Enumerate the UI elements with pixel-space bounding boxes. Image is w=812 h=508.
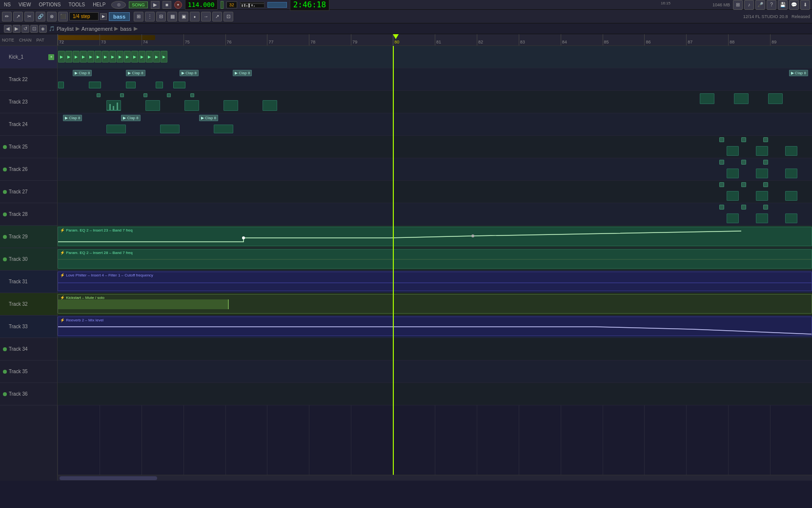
- breadcrumb-bass[interactable]: bass: [120, 26, 131, 32]
- menu-tools[interactable]: TOOLS: [66, 2, 87, 7]
- pattern-tool[interactable]: ▦: [167, 12, 177, 21]
- song-mode-btn[interactable]: SONG: [129, 1, 148, 8]
- track24-b1[interactable]: [106, 125, 126, 133]
- arrow-tool[interactable]: →: [201, 12, 211, 21]
- track27-w3[interactable]: [785, 191, 797, 201]
- track26-w2[interactable]: [756, 169, 768, 178]
- kick-clip-6[interactable]: ▶: [102, 51, 109, 63]
- track23-wave-1[interactable]: [106, 100, 121, 111]
- icon-piano[interactable]: ♪: [744, 0, 754, 10]
- tracks-canvas[interactable]: ▶ ▶ ▶ ▶ ▶ ▶ ▶ ▶ ▶ ▶ ▶ ▶ ▶ ▶ ▶: [58, 46, 812, 475]
- track25-w2[interactable]: [756, 146, 768, 156]
- kick-clip-5[interactable]: ▶: [95, 51, 102, 63]
- track33-automation-clip[interactable]: ⚡ Reeverb 2 – Mix level: [58, 317, 812, 336]
- track-header-23[interactable]: Track 23: [0, 91, 57, 113]
- track32-automation-clip[interactable]: ⚡ Kickstart – Mute / solo: [58, 294, 812, 314]
- icon-mic[interactable]: 🎤: [755, 0, 765, 10]
- link-tool[interactable]: 🔗: [36, 12, 45, 21]
- track23-chip-4[interactable]: [167, 93, 171, 97]
- track-header-25[interactable]: Track 25: [0, 136, 57, 158]
- kick-clip-1[interactable]: ▶: [65, 51, 72, 63]
- track23-wave-4[interactable]: [223, 100, 238, 111]
- breadcrumb-playlist[interactable]: Playlist: [57, 26, 74, 32]
- track22-mini-4[interactable]: [156, 82, 163, 88]
- icon-save[interactable]: 💾: [778, 0, 788, 10]
- track25-chip-3[interactable]: [763, 137, 768, 142]
- color-tool[interactable]: ▣: [179, 12, 188, 21]
- play-btn[interactable]: ▶: [151, 1, 160, 9]
- scrollbar-thumb[interactable]: [60, 476, 157, 480]
- track23-chip-2[interactable]: [120, 93, 124, 97]
- kick-clip-2[interactable]: ▶: [73, 51, 80, 63]
- nav-snap[interactable]: ⊡: [30, 25, 38, 33]
- clap-chip-22-3[interactable]: ▶ Clap 8: [180, 70, 199, 76]
- grid-tool[interactable]: ⊟: [156, 12, 166, 21]
- clap-chip-24-2[interactable]: ▶ Clap 8: [121, 115, 140, 121]
- zoom-tool[interactable]: ⬛: [58, 12, 68, 21]
- menu-help[interactable]: HELP: [91, 2, 107, 7]
- select-tool[interactable]: ↗: [13, 12, 23, 21]
- track-header-1[interactable]: Kick_1 +: [0, 46, 57, 68]
- track22-mini-2[interactable]: [89, 82, 101, 88]
- nav-loop[interactable]: ↺: [21, 25, 29, 33]
- track26-chip-1[interactable]: [719, 160, 724, 165]
- track22-mini-3[interactable]: [126, 82, 136, 88]
- group-tool[interactable]: ⊞: [134, 12, 143, 21]
- track30-automation-clip[interactable]: ⚡ Param. EQ 2 – Insert 28 – Band 7 freq: [58, 249, 812, 269]
- record-btn[interactable]: ●: [174, 1, 182, 9]
- bpm-display[interactable]: 114.000: [185, 0, 218, 10]
- track-header-31[interactable]: Track 31: [0, 271, 57, 293]
- track26-w3[interactable]: [785, 169, 797, 178]
- icon-download[interactable]: ⬇: [800, 0, 810, 10]
- track-header-36[interactable]: Track 36: [0, 383, 57, 405]
- erase-tool[interactable]: ✂: [24, 12, 34, 21]
- clap-chip-24-3[interactable]: ▶ Clap 8: [199, 115, 218, 121]
- track-header-22[interactable]: Track 22: [0, 68, 57, 91]
- track-header-27[interactable]: Track 27: [0, 181, 57, 203]
- track-header-32[interactable]: Track 32: [0, 293, 57, 316]
- track-header-35[interactable]: Track 35: [0, 360, 57, 383]
- track-header-29[interactable]: Track 29: [0, 226, 57, 248]
- track25-chip-1[interactable]: [719, 137, 724, 142]
- track24-b2[interactable]: [160, 125, 180, 133]
- track-header-30[interactable]: Track 30: [0, 248, 57, 271]
- track25-w1[interactable]: [727, 146, 739, 156]
- track-header-33[interactable]: Track 33: [0, 316, 57, 338]
- kick-clip-11[interactable]: ▶: [139, 51, 145, 63]
- track26-w1[interactable]: [727, 169, 739, 178]
- track23-chip-1[interactable]: [97, 93, 101, 97]
- kick-clip-7[interactable]: ▶: [109, 51, 116, 63]
- nav-vol[interactable]: ◈: [39, 25, 47, 33]
- track23-chip-5[interactable]: [190, 93, 194, 97]
- kick-clip-8[interactable]: ▶: [117, 51, 123, 63]
- track23-r2[interactable]: [734, 93, 749, 104]
- track27-chip-2[interactable]: [741, 182, 746, 187]
- track28-chip-2[interactable]: [741, 205, 746, 210]
- track23-wave-3[interactable]: [184, 100, 199, 111]
- mute-tool[interactable]: ⊗: [47, 12, 57, 21]
- step-arrow[interactable]: ▶: [100, 13, 107, 20]
- track28-chip-3[interactable]: [763, 205, 768, 210]
- track25-w3[interactable]: [785, 146, 797, 156]
- menu-options[interactable]: OPTIONS: [37, 2, 62, 7]
- clap-chip-22-2[interactable]: ▶ Clap 8: [126, 70, 145, 76]
- kick-clip-12[interactable]: ▶: [146, 51, 153, 63]
- icon-chat[interactable]: 💬: [789, 0, 799, 10]
- track23-wave-5[interactable]: [263, 100, 277, 111]
- track23-wave-2[interactable]: [145, 100, 160, 111]
- track23-r1[interactable]: [700, 93, 714, 104]
- track31-automation-clip[interactable]: ⚡ Love Philter – Insert 4 – Filter 1 – C…: [58, 272, 812, 291]
- clap-chip-24-1[interactable]: ▶ Clap 8: [63, 115, 82, 121]
- basket-tool[interactable]: ⊡: [223, 12, 233, 21]
- stop-btn[interactable]: ■: [162, 1, 171, 9]
- track27-chip-3[interactable]: [763, 182, 768, 187]
- track23-r3[interactable]: [768, 93, 783, 104]
- track-header-26[interactable]: Track 26: [0, 158, 57, 181]
- track29-automation-clip[interactable]: ⚡ Param. EQ 2 – Insert 23 – Band 7 freq: [58, 227, 812, 246]
- horizontal-scrollbar[interactable]: [58, 475, 812, 481]
- icon-question[interactable]: ?: [767, 0, 776, 10]
- breadcrumb-arrangement[interactable]: Arrangement: [81, 26, 113, 32]
- metronome-btn[interactable]: ◎: [111, 1, 126, 9]
- kick-clip-3[interactable]: ▶: [80, 51, 87, 63]
- track27-w1[interactable]: [727, 191, 739, 201]
